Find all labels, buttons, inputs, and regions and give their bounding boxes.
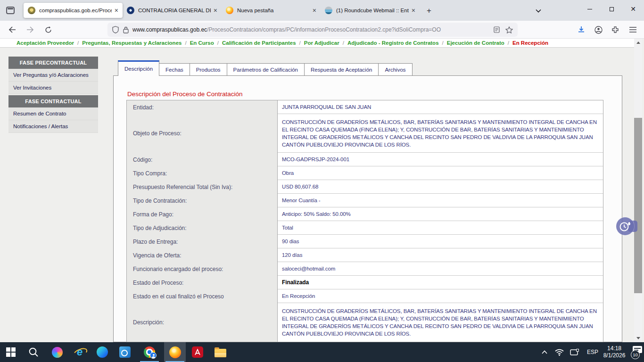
tab-fechas[interactable]: Fechas [159,63,190,76]
reader-mode-icon[interactable] [494,26,500,33]
tab-list-chevron-icon[interactable] [533,6,544,16]
scroll-up-icon[interactable] [634,39,642,47]
notification-count-badge: 10 [631,350,640,359]
notification-icon[interactable]: 10 [629,342,644,362]
firefox-favicon [226,7,233,14]
chrome-icon[interactable] [139,342,160,362]
start-icon[interactable] [0,342,22,362]
field-label: Forma de Pago: [127,207,278,221]
tab-descripcion[interactable]: Descripción [118,60,159,76]
extension-clock-flame-icon[interactable] [616,217,634,235]
breadcrumb-separator: / [299,40,301,46]
tab-title: (1) Roundcube Webmail :: Entra [336,8,409,13]
breadcrumb-link[interactable]: Adjudicado - Registro de Contratos [347,40,439,46]
breadcrumb-separator: / [343,40,344,46]
browser-tab-active[interactable]: compraspublicas.gob.ec/Proces × [24,3,123,18]
minimize-icon[interactable] [579,0,601,18]
breadcrumb-link[interactable]: Ejecución de Contrato [447,40,504,46]
table-row: Forma de Pago: Anticipo: 50% Saldo: 50.0… [127,207,603,221]
account-icon[interactable] [592,24,605,36]
table-row: Código: MCO-GADPRSJP-2024-001 [127,153,603,166]
clock-date: 8/1/2026 [603,352,626,359]
tab-archivos[interactable]: Archivos [378,63,412,76]
breadcrumb-link[interactable]: Calificación de Participantes [222,40,296,46]
ie-icon[interactable]: e [69,342,91,362]
extensions-icon[interactable] [609,24,622,36]
tab-title: Nueva pestaña [237,8,310,13]
contraloria-favicon [127,7,134,14]
field-label: Objeto de Proceso: [127,114,278,153]
explorer-icon[interactable] [209,342,231,362]
clock[interactable]: 14:18 8/1/2026 [600,342,629,362]
sidebar-item-resumen[interactable]: Resumen de Contrato [8,107,98,120]
url-bar[interactable]: www.compraspublicas.gob.ec/ProcesoContra… [107,23,518,37]
breadcrumb-separator: / [185,40,186,46]
sidebar-item-notificaciones[interactable]: Notificaciones / Alertas [8,120,98,133]
scroll-down-icon[interactable] [634,334,642,342]
copilot-icon[interactable] [46,342,68,362]
table-row: Plazo de Entrega: 90 dias [127,235,603,248]
breadcrumb-link[interactable]: En Curso [190,40,214,46]
field-label: Descripción: [127,303,278,342]
breadcrumb-link[interactable]: Aceptación Proveedor [17,40,74,46]
field-label: Tipo de Contratación: [127,194,278,207]
tray-chevron-icon[interactable] [538,342,551,362]
sidebar: FASE PRECONTRACTUAL Ver Preguntas y/ó Ac… [8,57,98,133]
field-label: Estado del Proceso: [127,276,278,289]
field-value: Anticipo: 50% Saldo: 50.00% [278,207,603,221]
close-icon[interactable]: × [115,7,118,14]
page-scrollbar[interactable] [634,39,642,342]
restore-icon[interactable] [601,0,622,18]
breadcrumb-link[interactable]: Preguntas, Respuestas y Aclaraciones [82,40,182,46]
breadcrumb-link[interactable]: Por Adjudicar [304,40,339,46]
breadcrumb-separator: / [508,40,509,46]
close-icon[interactable]: × [313,7,316,14]
back-icon[interactable] [6,24,19,35]
field-value: 120 días [278,248,603,262]
sidebar-item-invitaciones[interactable]: Ver Invitaciones [8,82,98,94]
browser-tab-roundcube[interactable]: (1) Roundcube Webmail :: Entra × [321,3,420,18]
bookmark-star-icon[interactable] [505,26,513,33]
tab-parametros[interactable]: Parámetros de Calificación [227,63,305,76]
window-close-icon[interactable]: ✕ [622,0,644,18]
browser-tab-strip: compraspublicas.gob.ec/Proces × CONTRALO… [0,0,644,21]
browser-tab-contraloria[interactable]: CONTRALORIA GENERAL DEL E × [123,3,222,18]
edge-icon[interactable] [91,342,113,362]
acrobat-icon[interactable] [187,342,208,362]
firefox-view-icon[interactable] [6,7,15,14]
field-label: Entidad: [127,100,278,114]
sidebar-item-preguntas[interactable]: Ver Preguntas y/ó Aclaraciones [8,69,98,82]
field-value: 90 dias [278,235,603,248]
field-label: Vigencia de Oferta: [127,248,278,262]
browser-tab-new[interactable]: Nueva pestaña × [222,3,321,18]
breadcrumb-current: En Recepción [512,40,548,46]
downloads-icon[interactable] [575,24,588,36]
tab-respuesta[interactable]: Respuesta de Aceptación [304,63,379,76]
menu-icon[interactable] [626,24,639,36]
close-icon[interactable]: × [412,7,415,14]
display-icon[interactable] [568,342,581,362]
process-detail-table: Entidad: JUNTA PARROQUIAL DE SAN JUAN Ob… [126,100,603,342]
scrollbar-thumb[interactable] [634,118,642,293]
shield-icon[interactable] [112,26,119,33]
wifi-icon[interactable] [553,342,566,362]
tab-productos[interactable]: Productos [190,63,227,76]
search-icon[interactable] [23,342,44,362]
table-row: Vigencia de Oferta: 120 días [127,248,603,262]
clock-time: 14:18 [607,345,621,352]
sidebar-header-contractual: FASE CONTRACTUAL [8,95,98,107]
field-value: USD 80,607.68 [278,180,603,194]
close-icon[interactable]: × [214,7,217,14]
taskbar: e ESP 14:18 8/1/2026 10 [0,342,644,362]
forward-icon[interactable] [24,24,37,35]
lock-icon[interactable] [123,26,129,33]
chrome-profile-badge [150,352,157,359]
language-indicator[interactable]: ESP [585,342,601,362]
breadcrumb-separator: / [442,40,444,46]
roundcube-favicon [325,7,332,14]
sidebar-header-precontractual: FASE PRECONTRACTUAL [8,57,98,69]
outlook-icon[interactable] [114,342,136,362]
reload-icon[interactable] [41,24,55,35]
new-tab-icon[interactable]: + [423,5,435,16]
firefox-icon[interactable] [164,342,186,362]
